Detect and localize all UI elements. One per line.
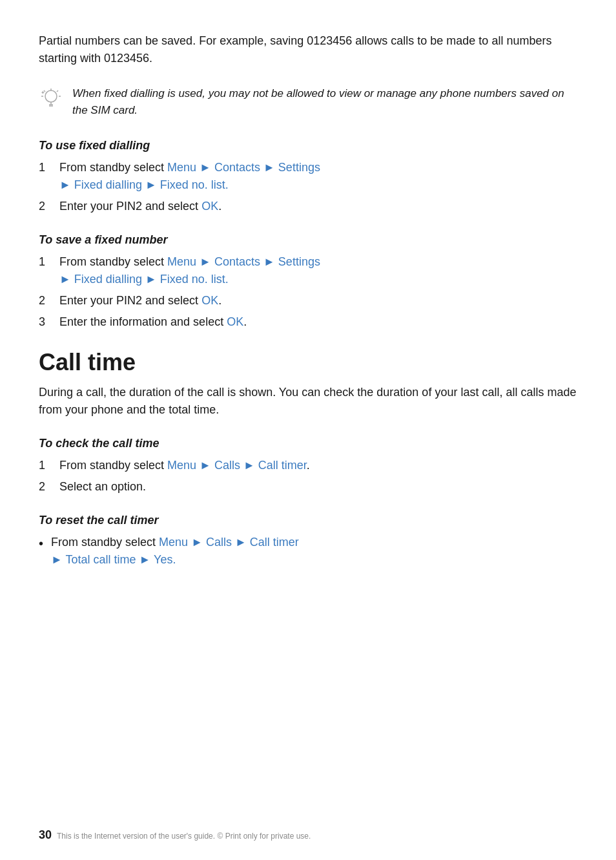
bullet-reset-timer: • From standby select Menu ► Calls ► Cal… bbox=[39, 534, 577, 569]
svg-line-6 bbox=[57, 90, 58, 92]
nav-calls: Calls bbox=[206, 536, 232, 549]
step-2-save-fixed: 2 Enter your PIN2 and select OK. bbox=[39, 292, 577, 309]
step-num: 1 bbox=[39, 457, 52, 474]
intro-paragraph: Partial numbers can be saved. For exampl… bbox=[39, 32, 577, 67]
nav-menu: Menu bbox=[167, 161, 196, 174]
nav-arrow: ► bbox=[235, 536, 247, 549]
call-time-description: During a call, the duration of the call … bbox=[39, 384, 577, 419]
nav-arrow: ► bbox=[200, 161, 211, 174]
step-num: 1 bbox=[39, 159, 52, 194]
sub-step: ► Fixed dialling ► Fixed no. list. bbox=[59, 176, 577, 194]
nav-ok: OK bbox=[201, 200, 218, 213]
nav-arrow: ► bbox=[200, 255, 211, 268]
nav-arrow: ► bbox=[263, 161, 275, 174]
step-content: Enter your PIN2 and select OK. bbox=[59, 292, 577, 309]
nav-contacts: Contacts bbox=[214, 161, 260, 174]
section-heading-reset-timer: To reset the call timer bbox=[39, 514, 577, 527]
nav-arrow: ► bbox=[243, 459, 255, 472]
sub-step: ► Total call time ► Yes. bbox=[51, 551, 577, 569]
tip-box: ✦ When fixed dialling is used, you may n… bbox=[39, 85, 577, 118]
step-content: From standby select Menu ► Contacts ► Se… bbox=[59, 253, 577, 288]
step-content: Enter your PIN2 and select OK. bbox=[59, 198, 577, 215]
steps-save-fixed: 1 From standby select Menu ► Contacts ► … bbox=[39, 253, 577, 331]
nav-arrow: ► bbox=[200, 459, 211, 472]
step-num: 2 bbox=[39, 198, 52, 215]
step-content: From standby select Menu ► Calls ► Call … bbox=[59, 457, 577, 474]
footer: 30 This is the Internet version of the u… bbox=[39, 828, 577, 842]
step-num: 3 bbox=[39, 313, 52, 331]
step-1-save-fixed: 1 From standby select Menu ► Contacts ► … bbox=[39, 253, 577, 288]
step-2-check-call: 2 Select an option. bbox=[39, 478, 577, 496]
step-content: From standby select Menu ► Contacts ► Se… bbox=[59, 159, 577, 194]
steps-check-call: 1 From standby select Menu ► Calls ► Cal… bbox=[39, 457, 577, 496]
section-save-fixed-number: To save a fixed number 1 From standby se… bbox=[39, 233, 577, 331]
steps-use-fixed: 1 From standby select Menu ► Contacts ► … bbox=[39, 159, 577, 215]
nav-menu: Menu bbox=[159, 536, 188, 549]
nav-arrow: ► bbox=[263, 255, 275, 268]
nav-calls: Calls bbox=[214, 459, 240, 472]
page-number: 30 bbox=[39, 828, 52, 842]
call-time-heading: Call time bbox=[39, 349, 577, 376]
step-content: From standby select Menu ► Calls ► Call … bbox=[51, 534, 577, 569]
nav-call-timer: Call timer bbox=[250, 536, 299, 549]
tip-text: When fixed dialling is used, you may not… bbox=[72, 85, 577, 118]
step-content: Select an option. bbox=[59, 478, 577, 496]
step-num: 2 bbox=[39, 478, 52, 496]
svg-text:✦: ✦ bbox=[41, 90, 45, 96]
nav-call-timer: Call timer bbox=[258, 459, 307, 472]
section-heading-check-call: To check the call time bbox=[39, 437, 577, 450]
tip-icon: ✦ bbox=[39, 87, 63, 111]
section-check-call-time: To check the call time 1 From standby se… bbox=[39, 437, 577, 496]
nav-settings: Settings bbox=[278, 161, 320, 174]
nav-menu: Menu bbox=[167, 255, 196, 268]
section-reset-call-timer: To reset the call timer • From standby s… bbox=[39, 514, 577, 569]
bullet-dot: • bbox=[39, 534, 43, 569]
step-num: 1 bbox=[39, 253, 52, 288]
step-1-use-fixed: 1 From standby select Menu ► Contacts ► … bbox=[39, 159, 577, 194]
step-2-use-fixed: 2 Enter your PIN2 and select OK. bbox=[39, 198, 577, 215]
section-use-fixed-dialling: To use fixed dialling 1 From standby sel… bbox=[39, 139, 577, 215]
nav-ok: OK bbox=[201, 294, 218, 307]
nav-menu: Menu bbox=[167, 459, 196, 472]
nav-arrow: ► bbox=[191, 536, 203, 549]
bullet-list-reset-timer: • From standby select Menu ► Calls ► Cal… bbox=[39, 534, 577, 569]
svg-point-0 bbox=[45, 90, 57, 102]
section-heading-save-fixed: To save a fixed number bbox=[39, 233, 577, 247]
sub-step: ► Fixed dialling ► Fixed no. list. bbox=[59, 271, 577, 288]
step-num: 2 bbox=[39, 292, 52, 309]
section-heading-use-fixed: To use fixed dialling bbox=[39, 139, 577, 152]
step-content: Enter the information and select OK. bbox=[59, 313, 577, 331]
step-3-save-fixed: 3 Enter the information and select OK. bbox=[39, 313, 577, 331]
nav-settings: Settings bbox=[278, 255, 320, 268]
nav-contacts: Contacts bbox=[214, 255, 260, 268]
footer-text: This is the Internet version of the user… bbox=[57, 832, 311, 841]
step-1-check-call: 1 From standby select Menu ► Calls ► Cal… bbox=[39, 457, 577, 474]
nav-ok: OK bbox=[227, 315, 243, 328]
